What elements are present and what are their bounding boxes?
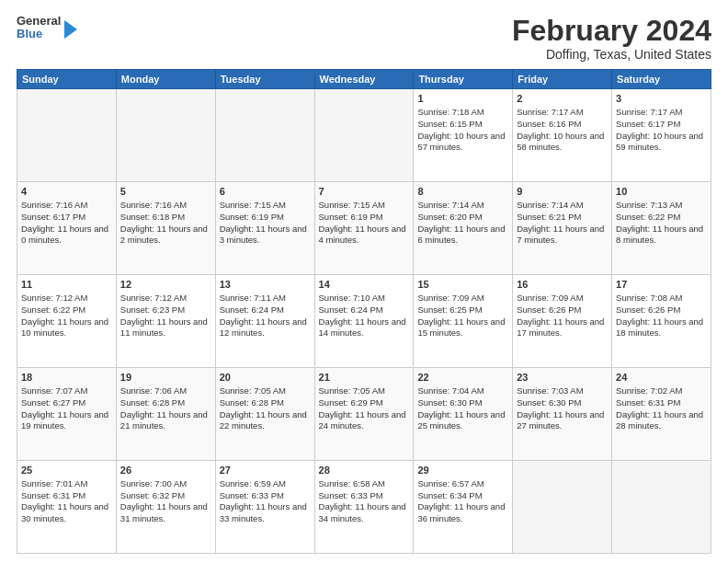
logo: General Blue [17,15,77,41]
table-row: 2 Sunrise: 7:17 AM Sunset: 6:16 PM Dayli… [513,89,612,182]
daylight-text: Daylight: 11 hours and 8 minutes. [616,224,703,246]
day-number: 26 [120,464,211,477]
daylight-text: Daylight: 11 hours and 6 minutes. [417,224,505,246]
logo-text: General Blue [17,15,61,41]
daylight-text: Daylight: 11 hours and 24 minutes. [319,409,406,431]
sunrise-text: Sunrise: 7:03 AM [517,385,583,396]
table-row: 26 Sunrise: 7:00 AM Sunset: 6:32 PM Dayl… [116,461,215,554]
sunrise-text: Sunrise: 7:14 AM [517,200,583,210]
sunset-text: Sunset: 6:30 PM [517,397,581,408]
sunset-text: Sunset: 6:28 PM [220,397,284,408]
day-number: 18 [21,371,112,385]
table-row: 20 Sunrise: 7:05 AM Sunset: 6:28 PM Dayl… [215,368,314,461]
daylight-text: Daylight: 11 hours and 30 minutes. [21,501,108,523]
table-row: 9 Sunrise: 7:14 AM Sunset: 6:21 PM Dayli… [513,182,612,275]
sunrise-text: Sunrise: 7:16 AM [21,200,87,210]
day-number: 2 [517,92,608,106]
col-tuesday: Tuesday [215,70,314,89]
table-row: 22 Sunrise: 7:04 AM Sunset: 6:30 PM Dayl… [414,368,513,461]
daylight-text: Daylight: 11 hours and 7 minutes. [517,224,604,246]
day-number: 25 [21,464,112,477]
sunset-text: Sunset: 6:24 PM [319,304,383,315]
sunset-text: Sunset: 6:34 PM [417,490,482,500]
col-friday: Friday [513,70,612,89]
table-row [612,461,711,554]
table-row: 29 Sunrise: 6:57 AM Sunset: 6:34 PM Dayl… [414,461,513,554]
sunrise-text: Sunrise: 7:15 AM [220,200,286,210]
daylight-text: Daylight: 11 hours and 12 minutes. [220,316,307,339]
table-row: 4 Sunrise: 7:16 AM Sunset: 6:17 PM Dayli… [17,182,117,275]
sunset-text: Sunset: 6:30 PM [417,397,482,408]
table-row: 11 Sunrise: 7:12 AM Sunset: 6:22 PM Dayl… [17,275,117,368]
sunset-text: Sunset: 6:33 PM [319,490,383,500]
table-row: 16 Sunrise: 7:09 AM Sunset: 6:26 PM Dayl… [513,275,612,368]
logo-arrow-icon [64,20,77,39]
day-number: 3 [616,92,707,106]
table-row: 8 Sunrise: 7:14 AM Sunset: 6:20 PM Dayli… [414,182,513,275]
table-row: 13 Sunrise: 7:11 AM Sunset: 6:24 PM Dayl… [215,275,314,368]
daylight-text: Daylight: 10 hours and 59 minutes. [616,131,703,153]
table-row: 7 Sunrise: 7:15 AM Sunset: 6:19 PM Dayli… [314,182,414,275]
day-number: 1 [417,92,508,106]
day-number: 9 [517,185,608,199]
table-row [17,89,117,182]
day-number: 22 [417,371,508,385]
sunrise-text: Sunrise: 7:17 AM [616,107,682,117]
sunset-text: Sunset: 6:24 PM [220,304,284,315]
table-row: 14 Sunrise: 7:10 AM Sunset: 6:24 PM Dayl… [314,275,414,368]
col-monday: Monday [116,70,215,89]
day-number: 16 [517,278,608,292]
table-row: 15 Sunrise: 7:09 AM Sunset: 6:25 PM Dayl… [414,275,513,368]
sunset-text: Sunset: 6:17 PM [21,212,85,222]
col-thursday: Thursday [414,70,513,89]
daylight-text: Daylight: 11 hours and 11 minutes. [120,316,208,339]
calendar-header-row: Sunday Monday Tuesday Wednesday Thursday… [17,70,711,89]
daylight-text: Daylight: 11 hours and 14 minutes. [319,316,406,339]
sunrise-text: Sunrise: 7:09 AM [417,293,483,303]
day-number: 28 [319,464,410,477]
sunset-text: Sunset: 6:20 PM [417,212,482,222]
col-wednesday: Wednesday [314,70,414,89]
daylight-text: Daylight: 11 hours and 19 minutes. [21,409,108,431]
table-row: 5 Sunrise: 7:16 AM Sunset: 6:18 PM Dayli… [116,182,215,275]
sunrise-text: Sunrise: 7:11 AM [220,293,286,303]
calendar-subtitle: Doffing, Texas, United States [512,47,711,62]
daylight-text: Daylight: 11 hours and 36 minutes. [417,501,505,523]
daylight-text: Daylight: 11 hours and 21 minutes. [120,409,208,431]
daylight-text: Daylight: 11 hours and 18 minutes. [616,316,703,339]
table-row: 18 Sunrise: 7:07 AM Sunset: 6:27 PM Dayl… [17,368,117,461]
table-row: 25 Sunrise: 7:01 AM Sunset: 6:31 PM Dayl… [17,461,117,554]
day-number: 15 [417,278,508,292]
logo-line1: General [17,15,61,28]
sunrise-text: Sunrise: 6:58 AM [319,478,385,488]
table-row: 3 Sunrise: 7:17 AM Sunset: 6:17 PM Dayli… [612,89,711,182]
sunrise-text: Sunrise: 7:05 AM [220,385,286,396]
sunset-text: Sunset: 6:19 PM [319,212,383,222]
day-number: 10 [616,185,707,199]
daylight-text: Daylight: 10 hours and 57 minutes. [417,131,505,153]
day-number: 7 [319,185,410,199]
col-sunday: Sunday [17,70,117,89]
table-row [116,89,215,182]
table-row [513,461,612,554]
daylight-text: Daylight: 11 hours and 10 minutes. [21,316,108,339]
sunrise-text: Sunrise: 7:04 AM [417,385,483,396]
col-saturday: Saturday [612,70,711,89]
page: General Blue February 2024 Doffing, Texa… [0,0,728,563]
header: General Blue February 2024 Doffing, Texa… [17,15,711,62]
day-number: 14 [319,278,410,292]
day-number: 17 [616,278,707,292]
day-number: 21 [319,371,410,385]
day-number: 24 [616,371,707,385]
sunset-text: Sunset: 6:19 PM [220,212,284,222]
sunrise-text: Sunrise: 7:10 AM [319,293,385,303]
sunrise-text: Sunrise: 7:01 AM [21,478,87,488]
sunset-text: Sunset: 6:18 PM [120,212,185,222]
daylight-text: Daylight: 10 hours and 58 minutes. [517,131,604,153]
sunset-text: Sunset: 6:26 PM [616,304,680,315]
day-number: 29 [417,464,508,477]
daylight-text: Daylight: 11 hours and 34 minutes. [319,501,406,523]
day-number: 27 [220,464,311,477]
daylight-text: Daylight: 11 hours and 0 minutes. [21,224,108,246]
daylight-text: Daylight: 11 hours and 2 minutes. [120,224,208,246]
